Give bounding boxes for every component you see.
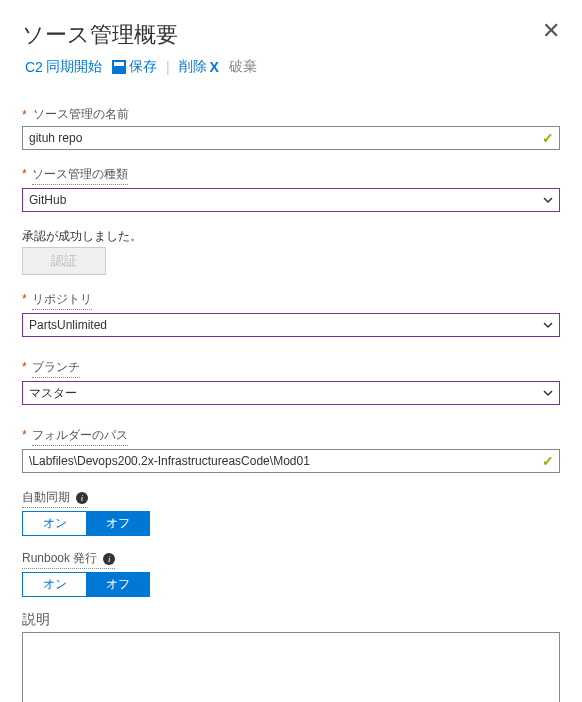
label-source-type: * ソース管理の種類 [22, 166, 560, 188]
check-icon: ✓ [542, 130, 554, 146]
discard-label: 破棄 [229, 58, 257, 76]
save-button[interactable]: 保存 [109, 56, 160, 78]
required-marker: * [22, 360, 27, 374]
save-label: 保存 [129, 58, 157, 76]
label-description: 説明 [22, 611, 560, 629]
sync-button[interactable]: C2 同期開始 [22, 56, 105, 78]
source-name-input[interactable] [22, 126, 560, 150]
close-icon[interactable]: ✕ [542, 20, 560, 42]
repo-value: PartsUnlimited [29, 318, 107, 332]
label-branch: * ブランチ [22, 359, 560, 381]
delete-label: 削除 [179, 58, 207, 76]
check-icon: ✓ [542, 453, 554, 469]
label-repo: * リポジトリ [22, 291, 560, 313]
source-type-select[interactable]: GitHub [22, 188, 560, 212]
folder-path-input[interactable] [22, 449, 560, 473]
required-marker: * [22, 108, 27, 122]
label-source-name: * ソース管理の名前 [22, 106, 560, 123]
page-title: ソース管理概要 [22, 20, 178, 50]
discard-button[interactable]: 破棄 [226, 56, 260, 78]
autosync-toggle[interactable]: オン オフ [22, 511, 150, 536]
required-marker: * [22, 167, 27, 181]
label-source-name-text: ソース管理の名前 [33, 106, 129, 123]
publish-off[interactable]: オフ [86, 573, 149, 596]
label-repo-text: リポジトリ [32, 291, 92, 310]
label-folder-text: フォルダーのパス [32, 427, 128, 446]
description-textarea[interactable] [22, 632, 560, 702]
delete-button[interactable]: 削除 X [176, 56, 222, 78]
delete-x-icon: X [210, 59, 219, 75]
autosync-off[interactable]: オフ [86, 512, 149, 535]
auth-button: 認証 [22, 247, 106, 275]
sync-prefix: C2 [25, 59, 43, 75]
save-icon [112, 60, 126, 74]
label-autosync: 自動同期 i [22, 489, 88, 508]
label-publish: Runbook 発行 i [22, 550, 115, 569]
branch-select[interactable]: マスター [22, 381, 560, 405]
publish-toggle[interactable]: オン オフ [22, 572, 150, 597]
repo-select[interactable]: PartsUnlimited [22, 313, 560, 337]
info-icon[interactable]: i [103, 553, 115, 565]
label-source-type-text: ソース管理の種類 [32, 166, 128, 185]
publish-on[interactable]: オン [23, 573, 86, 596]
label-branch-text: ブランチ [32, 359, 80, 378]
toolbar-separator: | [166, 59, 170, 75]
sync-label: 同期開始 [46, 58, 102, 76]
info-icon[interactable]: i [76, 492, 88, 504]
toolbar: C2 同期開始 保存 | 削除 X 破棄 [22, 56, 560, 78]
label-publish-text: Runbook 発行 [22, 550, 97, 567]
auth-success-message: 承認が成功しました。 [22, 228, 560, 245]
source-type-value: GitHub [29, 193, 66, 207]
label-folder: * フォルダーのパス [22, 427, 560, 449]
required-marker: * [22, 428, 27, 442]
required-marker: * [22, 292, 27, 306]
label-autosync-text: 自動同期 [22, 489, 70, 506]
branch-value: マスター [29, 385, 77, 402]
autosync-on[interactable]: オン [23, 512, 86, 535]
